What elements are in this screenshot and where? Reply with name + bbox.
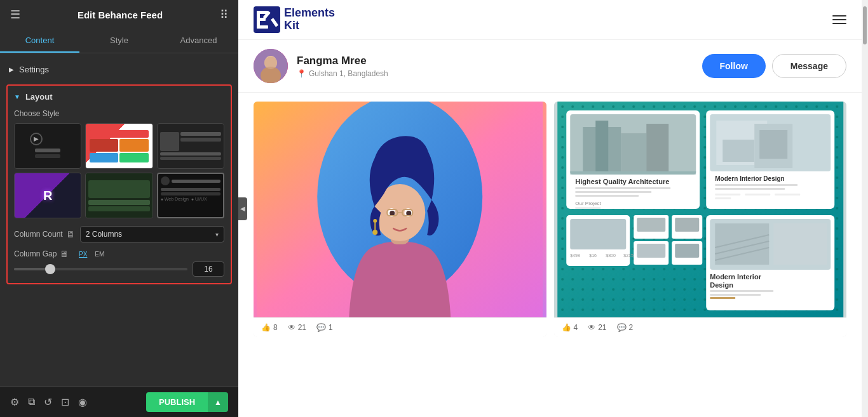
- panel-title: Edit Behance Feed: [78, 10, 163, 20]
- follow-button[interactable]: Follow: [702, 54, 766, 78]
- slider-row: 16: [14, 261, 224, 277]
- svg-text:Our Project: Our Project: [575, 201, 601, 206]
- card-stats-1: 👍 8 👁 21 💬 1: [254, 317, 546, 337]
- svg-rect-3: [257, 25, 268, 29]
- scrollbar[interactable]: [862, 0, 868, 417]
- brand-text: Elements Kit: [284, 7, 335, 32]
- portfolio-grid: 👍 8 👁 21 💬 1: [238, 93, 862, 346]
- style-thumb-1[interactable]: ▶: [14, 123, 81, 169]
- style-thumb-5[interactable]: [85, 173, 153, 218]
- panel-body: ▶ Settings ▼ Layout Choose Style ▶: [0, 53, 238, 387]
- svg-rect-72: [637, 218, 665, 232]
- portfolio-card-1: 👍 8 👁 21 💬 1: [254, 102, 546, 337]
- tab-style[interactable]: Style: [79, 29, 159, 53]
- svg-rect-70: [710, 297, 735, 299]
- responsive-footer-icon[interactable]: ⊡: [61, 396, 69, 408]
- column-count-select[interactable]: 2 Columns ▾: [80, 226, 224, 242]
- top-navbar: Elements Kit: [238, 0, 862, 40]
- profile-actions: Follow Message: [702, 54, 846, 78]
- settings-label: Settings: [19, 65, 49, 74]
- grid-icon[interactable]: ⠿: [220, 8, 228, 22]
- style-thumb-3[interactable]: [157, 123, 224, 169]
- svg-text:$800: $800: [606, 253, 616, 258]
- brand-logo: Elements Kit: [254, 6, 335, 33]
- stat-likes-1: 👍 8: [261, 323, 278, 332]
- view-icon-2: 👁: [588, 323, 595, 332]
- profile-name: Fangma Mree: [297, 55, 693, 67]
- publish-arrow-button[interactable]: ▲: [208, 392, 228, 412]
- px-button[interactable]: PX: [76, 249, 90, 259]
- stat-comments-1: 💬 1: [316, 323, 333, 332]
- column-gap-slider[interactable]: [14, 268, 187, 270]
- column-count-label: Column Count 🖥: [14, 229, 75, 239]
- history-footer-icon[interactable]: ↺: [44, 396, 52, 408]
- style-thumb-4[interactable]: R: [14, 173, 81, 218]
- collapse-handle[interactable]: ◀: [238, 197, 247, 220]
- choose-style-label: Choose Style: [14, 109, 224, 118]
- avatar: [254, 49, 288, 83]
- main-content: Elements Kit Fangma Mree 📍 Gulshan 1, Ba…: [238, 0, 862, 417]
- column-count-row: Column Count 🖥 2 Columns ▾: [14, 226, 224, 242]
- svg-text:$16: $16: [589, 253, 597, 258]
- panel-header: ☰ Edit Behance Feed ⠿: [0, 0, 238, 29]
- location-pin-icon: 📍: [297, 69, 306, 78]
- settings-row[interactable]: ▶ Settings: [0, 60, 238, 79]
- like-icon-2: 👍: [562, 323, 571, 332]
- em-button[interactable]: EM: [92, 249, 107, 259]
- layout-label: Layout: [25, 92, 53, 102]
- svg-rect-47: [715, 184, 797, 186]
- panel-tabs: Content Style Advanced: [0, 29, 238, 53]
- scroll-thumb[interactable]: [863, 6, 867, 44]
- svg-rect-76: [637, 244, 665, 258]
- px-em-toggle: PX EM: [76, 249, 107, 259]
- svg-rect-51: [775, 194, 800, 195]
- tab-content[interactable]: Content: [0, 29, 79, 53]
- svg-text:Design: Design: [710, 281, 733, 289]
- svg-text:$215: $215: [623, 253, 634, 258]
- svg-rect-62: [773, 223, 827, 265]
- tab-advanced[interactable]: Advanced: [159, 29, 238, 53]
- column-gap-row: Column Gap 🖥 PX EM: [14, 249, 224, 259]
- preview-footer-icon[interactable]: ◉: [78, 396, 87, 408]
- svg-rect-31: [621, 133, 646, 171]
- svg-rect-37: [575, 195, 639, 197]
- svg-point-21: [373, 219, 377, 223]
- svg-text:$498: $498: [570, 253, 580, 258]
- profile-location: 📍 Gulshan 1, Bangladesh: [297, 69, 693, 78]
- portfolio-card-2: Highest Quality Architecture Our Project…: [554, 102, 847, 337]
- svg-rect-5: [271, 18, 278, 27]
- layout-section: ▼ Layout Choose Style ▶: [6, 84, 232, 284]
- style-grid: ▶: [14, 123, 224, 218]
- layout-arrow-icon: ▼: [14, 93, 20, 100]
- svg-rect-32: [646, 124, 668, 171]
- card-image-2: Highest Quality Architecture Our Project…: [554, 102, 847, 317]
- view-icon-1: 👁: [288, 323, 295, 332]
- publish-group: PUBLISH ▲: [146, 392, 228, 412]
- hamburger-menu-icon[interactable]: ☰: [10, 8, 20, 22]
- slider-value[interactable]: 16: [193, 261, 224, 277]
- svg-point-15: [390, 211, 395, 216]
- svg-rect-78: [675, 244, 699, 258]
- svg-point-23: [372, 230, 377, 235]
- svg-rect-54: [570, 219, 626, 249]
- svg-point-9: [264, 56, 277, 69]
- svg-rect-36: [575, 191, 651, 193]
- profile-section: Fangma Mree 📍 Gulshan 1, Bangladesh Foll…: [238, 40, 862, 93]
- message-button[interactable]: Message: [772, 54, 846, 78]
- layers-footer-icon[interactable]: ⧉: [28, 396, 35, 408]
- settings-footer-icon[interactable]: ⚙: [10, 396, 19, 408]
- svg-rect-39: [575, 207, 600, 209]
- svg-rect-45: [759, 130, 787, 159]
- svg-text:Modern Interior: Modern Interior: [710, 273, 761, 281]
- svg-rect-49: [715, 194, 740, 195]
- svg-rect-68: [710, 290, 773, 292]
- hamburger-nav-icon[interactable]: [832, 15, 846, 24]
- style-thumb-2[interactable]: [85, 123, 153, 169]
- stat-likes-2: 👍 4: [562, 323, 578, 332]
- style-thumb-6[interactable]: ● Web Design ● UI/UX: [157, 173, 224, 218]
- publish-button[interactable]: PUBLISH: [146, 392, 208, 412]
- svg-text:Highest Quality Architecture: Highest Quality Architecture: [575, 178, 669, 185]
- left-panel: ☰ Edit Behance Feed ⠿ Content Style Adva…: [0, 0, 238, 417]
- stat-comments-2: 💬 2: [617, 323, 634, 332]
- layout-section-header[interactable]: ▼ Layout: [14, 92, 224, 102]
